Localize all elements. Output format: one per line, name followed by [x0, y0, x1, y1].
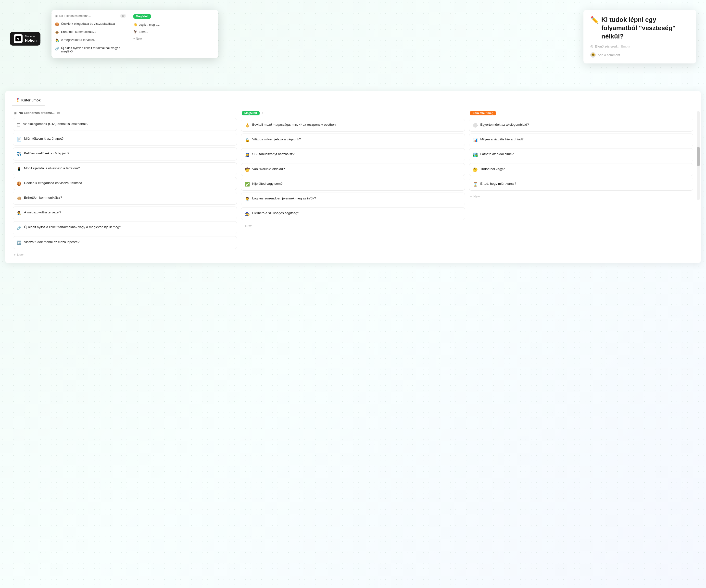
floating-item-1[interactable]: 🍪 Cookie-k elfogadása és visszautasítása [51, 20, 130, 28]
col-count-1: 19 [56, 111, 60, 115]
monkey-icon: 🐵 [55, 30, 59, 34]
card-jelszo[interactable]: 🔒 Világos milyen jelszóra vágyunk? [241, 133, 465, 146]
main-header: 🎖️ Kritériumok [5, 91, 701, 106]
hourglass-icon: ⌛ [473, 181, 478, 187]
card-urlap1[interactable]: 📄 Miért töltsem ki az űrlapot? [13, 133, 237, 145]
detail-panel: ✏️ Ki tudok lépni egy folyamatból "veszt… [583, 10, 696, 64]
scrollbar-track [697, 111, 700, 200]
card-ssl[interactable]: 👮 SSL tanúsítványt használsz? [241, 148, 465, 161]
column-nem-felelt: Nem felelt meg 5 ⚪ Egyértelműek az akció… [467, 111, 695, 200]
floating-header-title: ▣ No Ellenőrzés eredmé... [55, 14, 91, 17]
card-cim[interactable]: 🏞️ Látható az oldal címe? [469, 148, 693, 161]
tab-label: Kritériumok [21, 98, 41, 102]
tab-kritériumok[interactable]: 🎖️ Kritériumok [12, 96, 45, 106]
police-icon: 👮 [245, 152, 250, 158]
svg-text:N: N [16, 37, 19, 41]
floating-new-button[interactable]: + New [130, 35, 174, 42]
add-new-col3[interactable]: + New [469, 193, 693, 200]
floating-item-3[interactable]: 👨‍🎨 A megszokottra tervezel? [51, 36, 130, 44]
col-count-3: 5 [498, 112, 500, 115]
card-hierachia[interactable]: 📊 Milyen a vizuális hierarchiád? [469, 133, 693, 146]
tab-icon: 🎖️ [16, 98, 20, 102]
card-bevitek[interactable]: 👌 Beviteli mező magassága: min. 44px res… [241, 119, 465, 132]
col-title-1: No Ellenőrzés eredmé... [18, 111, 55, 115]
cookie-card-icon: 🍪 [17, 181, 22, 186]
eagle-icon: 🦅 [133, 30, 137, 34]
card-link[interactable]: 🔗 Új oldalt nyitsz a linkelt tartalmakna… [13, 221, 237, 234]
link-icon: 🔗 [55, 47, 59, 50]
card-urlap2[interactable]: ✈️ Kellően szellősek az űrlapjaid? [13, 148, 237, 160]
detail-title: ✏️ Ki tudok lépni egy folyamatból "veszt… [590, 16, 689, 40]
back-icon: ⬅️ [17, 240, 22, 246]
floating-item-2[interactable]: 🐵 Érthetően kommunikálsz? [51, 28, 130, 36]
artist-icon: 👨‍🎨 [55, 38, 59, 42]
add-new-col1[interactable]: + New [13, 251, 237, 258]
column-header-megfelelt: Megfelelt 7 [241, 111, 465, 115]
floating-right-panel: Megfelelt 👋 Logik... meg a... 🦅 Elérh...… [130, 10, 174, 58]
card-vissza[interactable]: ⬅️ Vissza tudok menni az előző lépésre? [13, 236, 237, 249]
card-vársz[interactable]: ⌛ Érted, hogy miért vársz? [469, 178, 693, 191]
tab-row: 🎖️ Kritériumok [12, 95, 694, 106]
card-rolunk[interactable]: 🤠 Van "Rólunk" oldalad? [241, 163, 465, 176]
monkey-card-icon: 🐵 [17, 196, 22, 201]
plane-icon: ✈️ [17, 151, 22, 157]
ok-icon: 👌 [245, 123, 250, 128]
handshake-icon: 👋 [133, 23, 137, 27]
cowboy-icon: 🤠 [245, 167, 250, 172]
artist-card-icon: 👨‍🎨 [17, 210, 22, 216]
floating-preview-card: ▣ No Ellenőrzés eredmé... 19 🍪 Cookie-k … [51, 10, 218, 58]
column-megfelelt: Megfelelt 7 👌 Beviteli mező magassága: m… [239, 111, 467, 229]
floating-right-header: Megfelelt [130, 13, 174, 21]
floating-item-4[interactable]: 🔗 Új oldalt nyitsz a linkelt tartalmakna… [51, 44, 130, 55]
card-kijololt[interactable]: ✅ Kijelölted vagy sem? [241, 178, 465, 191]
main-content-area: 🎖️ Kritériumok ▣ No Ellenőrzés eredmé...… [5, 91, 701, 263]
scrollbar-thumb[interactable] [697, 147, 700, 166]
megfelelt-badge: Megfelelt [242, 111, 260, 115]
column-no-check: ▣ No Ellenőrzés eredmé... 19 ▢ Az akcióg… [11, 111, 239, 258]
notion-icon: N [14, 34, 23, 43]
notion-badge-text: Made for Notion [25, 35, 37, 43]
column-header-no-check: ▣ No Ellenőrzés eredmé... 19 [13, 111, 237, 115]
user-avatar: 😊 [590, 52, 596, 57]
card-egyertelmu[interactable]: ⚪ Egyértelműek az akciógombjaid? [469, 119, 693, 132]
doc-icon: 📄 [17, 136, 22, 142]
card-cta[interactable]: ▢ Az akciógombok (CTA) annak is látszódn… [13, 118, 237, 131]
detail-meta-check[interactable]: ◎ Ellenőrzés ered... Empty [590, 44, 630, 48]
lock-icon: 🔒 [245, 137, 250, 143]
check-circle-icon: ◎ [590, 44, 593, 48]
floating-left-header: ▣ No Ellenőrzés eredmé... 19 [51, 13, 130, 20]
kanban-board: ▣ No Ellenőrzés eredmé... 19 ▢ Az akcióg… [5, 106, 701, 263]
card-mobil[interactable]: 📱 Mobil kijelzőn is olvasható a tartalom… [13, 162, 237, 175]
detail-comment-area[interactable]: 😊 Add a comment... [590, 52, 689, 57]
pencil-icon: ✏️ [590, 16, 599, 25]
check-icon: ✅ [245, 181, 250, 187]
manager-icon: 👨‍💼 [245, 196, 250, 202]
circle-icon: ⚪ [473, 123, 478, 128]
link-card-icon: 🔗 [17, 225, 22, 230]
card-kommunikal[interactable]: 🐵 Érthetően kommunikálsz? [13, 192, 237, 205]
card-tervezel[interactable]: 👨‍🎨 A megszokottra tervezel? [13, 207, 237, 219]
cta-icon: ▢ [17, 122, 21, 127]
chart-icon: 📊 [473, 137, 478, 143]
col-count-2: 7 [262, 112, 263, 115]
add-new-col2[interactable]: + New [241, 222, 465, 229]
mobile-icon: 📱 [17, 166, 22, 172]
card-logikus[interactable]: 👨‍💼 Logikus sorrendben jelennek meg az i… [241, 193, 465, 205]
column-header-nem-felelt: Nem felelt meg 5 [469, 111, 693, 115]
card-holvagy[interactable]: 🤔 Tudod hol vagy? [469, 163, 693, 176]
floating-count-badge: 19 [120, 14, 126, 17]
notion-badge: N Made for Notion [10, 32, 40, 46]
nem-felelt-badge: Nem felelt meg [470, 111, 496, 115]
cookie-icon: 🍪 [55, 22, 59, 26]
floating-left-panel: ▣ No Ellenőrzés eredmé... 19 🍪 Cookie-k … [51, 10, 130, 58]
inbox-icon: ▣ [14, 111, 17, 115]
floating-right-item-1[interactable]: 👋 Logik... meg a... [130, 21, 174, 28]
wizard-icon: 🧙 [245, 211, 250, 217]
card-cookie[interactable]: 🍪 Cookie-k elfogadása és visszautasítása [13, 177, 237, 190]
mountain-icon: 🏞️ [473, 152, 478, 158]
card-segitseg[interactable]: 🧙 Elérhető a szükséges segítség? [241, 207, 465, 220]
thinking-icon: 🤔 [473, 167, 478, 172]
detail-meta-row: ◎ Ellenőrzés ered... Empty [590, 44, 689, 48]
floating-right-item-2[interactable]: 🦅 Elérh... [130, 28, 174, 35]
